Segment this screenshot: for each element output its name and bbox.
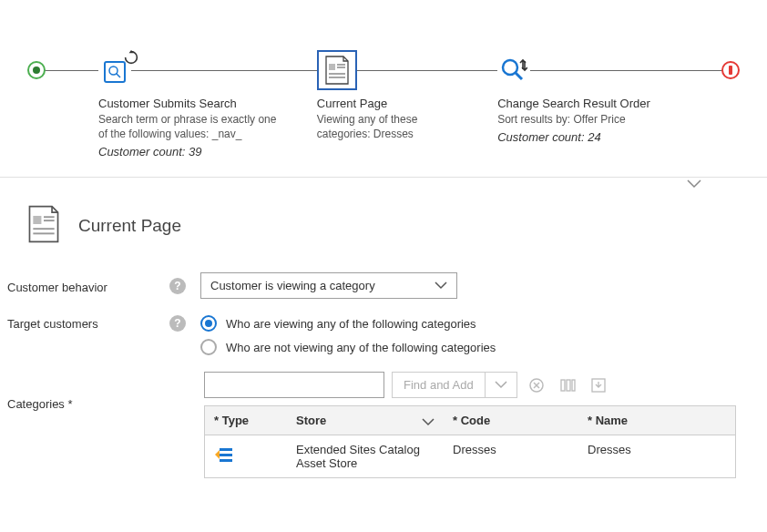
- step-description: Search term or phrase is exactly one of …: [98, 112, 288, 141]
- help-icon[interactable]: ?: [169, 278, 186, 294]
- flow-step-change-search-order[interactable]: Change Search Result Order Sort results …: [497, 55, 687, 144]
- cell-name: Dresses: [578, 435, 735, 477]
- step-title: Change Search Result Order: [497, 97, 687, 110]
- svg-rect-23: [220, 459, 232, 462]
- current-page-step-icon: [317, 50, 357, 90]
- find-and-add-dropdown[interactable]: [485, 373, 516, 397]
- change-order-step-icon: [497, 56, 530, 88]
- svg-rect-22: [220, 454, 232, 456]
- cell-store: Extended Sites Catalog Asset Store: [287, 435, 444, 477]
- svg-line-1: [117, 74, 121, 78]
- step-customer-count: Customer count: 39: [98, 145, 288, 159]
- current-page-icon: [26, 204, 62, 247]
- categories-table: * Type Store * Code * Name: [204, 405, 736, 478]
- column-type[interactable]: * Type: [205, 406, 287, 435]
- svg-rect-21: [220, 448, 232, 451]
- column-store[interactable]: Store: [287, 406, 444, 435]
- search-step-icon: [98, 56, 131, 88]
- step-description: Sort results by: Offer Price: [497, 112, 687, 127]
- radio-checked-icon: [200, 315, 217, 332]
- svg-rect-19: [572, 380, 575, 391]
- step-description: Viewing any of these categories: Dresses: [317, 112, 461, 141]
- detail-title: Current Page: [78, 216, 181, 236]
- svg-rect-9: [33, 216, 41, 224]
- flow-end-node[interactable]: [721, 61, 740, 79]
- find-and-add-group: Find and Add: [392, 372, 517, 398]
- step-title: Current Page: [317, 97, 461, 110]
- flow-step-customer-submits-search[interactable]: Customer Submits Search Search term or p…: [98, 55, 288, 159]
- column-name[interactable]: * Name: [578, 406, 735, 435]
- svg-point-7: [503, 60, 517, 75]
- flow-start-node[interactable]: [27, 61, 46, 79]
- table-header: * Type Store * Code * Name: [205, 406, 735, 435]
- delete-icon[interactable]: [525, 372, 548, 398]
- svg-line-8: [516, 73, 522, 79]
- chevron-down-icon: [422, 415, 435, 429]
- cell-code: Dresses: [444, 435, 578, 477]
- help-icon[interactable]: ?: [169, 315, 186, 332]
- radio-label: Who are viewing any of the following cat…: [226, 317, 476, 331]
- table-row[interactable]: Extended Sites Catalog Asset Store Dress…: [205, 435, 735, 477]
- find-and-add-button[interactable]: Find and Add: [393, 373, 485, 397]
- category-type-icon: [214, 446, 234, 467]
- flow-step-current-page[interactable]: Current Page Viewing any of these catego…: [317, 55, 461, 141]
- columns-icon[interactable]: [556, 372, 579, 398]
- radio-unchecked-icon: [200, 339, 217, 355]
- step-title: Customer Submits Search: [98, 97, 288, 110]
- categories-label: Categories *: [7, 372, 169, 411]
- chevron-down-icon: [435, 279, 447, 292]
- radio-not-viewing-any[interactable]: Who are not viewing any of the following…: [200, 339, 496, 355]
- svg-rect-18: [567, 380, 570, 391]
- customer-behavior-label: Customer behavior: [7, 277, 169, 294]
- customer-behavior-select[interactable]: Customer is viewing a category: [200, 272, 457, 299]
- flow-diagram: Customer Submits Search Search term or p…: [0, 0, 767, 177]
- import-icon[interactable]: [587, 372, 610, 398]
- target-customers-label: Target customers: [7, 315, 169, 331]
- detail-panel: Current Page Customer behavior ? Custome…: [0, 188, 767, 502]
- step-customer-count: Customer count: 24: [497, 130, 687, 144]
- radio-label: Who are not viewing any of the following…: [226, 341, 496, 354]
- radio-viewing-any[interactable]: Who are viewing any of the following cat…: [200, 315, 496, 332]
- category-search-input[interactable]: [204, 372, 384, 398]
- svg-rect-2: [329, 64, 335, 70]
- svg-rect-17: [561, 380, 565, 391]
- select-value: Customer is viewing a category: [210, 279, 375, 292]
- column-code[interactable]: * Code: [444, 406, 578, 435]
- collapse-chevron-icon[interactable]: [687, 176, 701, 192]
- section-divider: [0, 177, 767, 188]
